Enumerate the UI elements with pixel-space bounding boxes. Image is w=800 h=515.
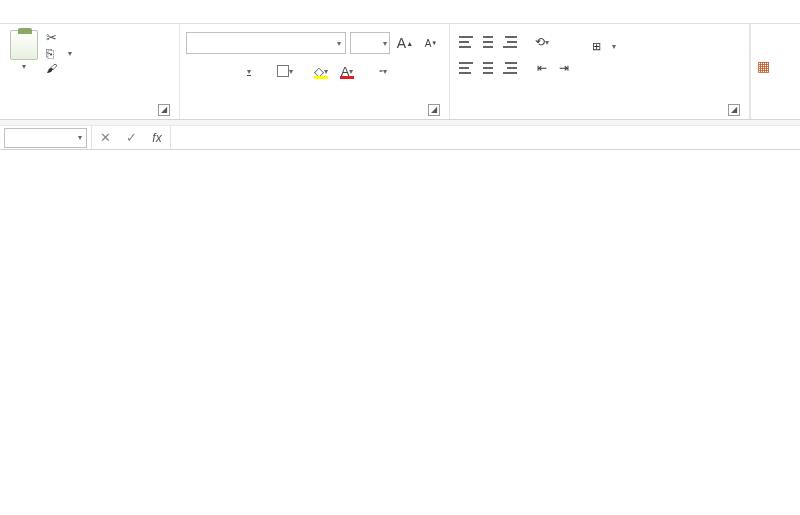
chevron-down-icon: ▾ (383, 67, 387, 76)
chevron-down-icon: ▾ (68, 49, 72, 58)
merge-icon: ⊞ (588, 40, 604, 53)
decrease-font-button[interactable]: A▼ (420, 32, 442, 54)
format-painter-button[interactable] (46, 62, 72, 76)
underline-button[interactable]: ▾ (238, 60, 260, 82)
paste-icon (10, 30, 38, 60)
enter-formula-button[interactable]: ✓ (118, 126, 144, 149)
chevron-down-icon: ▾ (612, 42, 616, 51)
group-clipboard: ▾ ▾ ◢ (0, 24, 180, 119)
chevron-down-icon: ▾ (22, 62, 26, 71)
chevron-down-icon: ▾ (349, 67, 353, 76)
font-size-combo[interactable]: ▾ (350, 32, 390, 54)
fill-color-button[interactable]: ◇▾ (310, 60, 332, 82)
dialog-launcher[interactable]: ◢ (728, 104, 740, 116)
chevron-down-icon: ▾ (545, 38, 549, 47)
copy-button[interactable]: ▾ (46, 46, 72, 60)
increase-indent-button[interactable]: ⇥ (554, 58, 574, 78)
align-top-button[interactable] (456, 32, 476, 52)
ribbon: ▾ ▾ ◢ ▾ ▾ A▲ A▼ ▾ ▾ (0, 24, 800, 120)
cancel-formula-button[interactable]: ✕ (92, 126, 118, 149)
name-box[interactable]: ▾ (4, 128, 87, 148)
font-name-combo[interactable]: ▾ (186, 32, 346, 54)
align-left-button[interactable] (456, 58, 476, 78)
phonetic-button[interactable]: ▾ (372, 60, 394, 82)
chevron-down-icon: ▾ (247, 67, 251, 76)
increase-font-button[interactable]: A▲ (394, 32, 416, 54)
group-number-fragment: ▦ (750, 24, 776, 119)
formula-input[interactable] (170, 126, 800, 149)
insert-function-button[interactable]: fx (144, 126, 170, 149)
chevron-down-icon: ▾ (337, 39, 341, 48)
group-alignment: ⟲▾ ⇤ ⇥ ⊞▾ ◢ (450, 24, 750, 119)
align-right-button[interactable] (500, 58, 520, 78)
chevron-down-icon: ▾ (78, 133, 82, 142)
formula-bar: ▾ ✕ ✓ fx (0, 126, 800, 150)
align-middle-button[interactable] (478, 32, 498, 52)
chevron-down-icon: ▾ (324, 67, 328, 76)
chevron-down-icon: ▾ (289, 67, 293, 76)
paste-button[interactable]: ▾ (6, 28, 42, 73)
orientation-button[interactable]: ⟲▾ (532, 32, 552, 52)
brush-icon (46, 62, 62, 76)
dialog-launcher[interactable]: ◢ (158, 104, 170, 116)
bold-button[interactable] (186, 60, 208, 82)
align-center-button[interactable] (478, 58, 498, 78)
italic-button[interactable] (212, 60, 234, 82)
font-color-button[interactable]: A▾ (336, 60, 358, 82)
copy-icon (46, 46, 62, 60)
dialog-launcher[interactable]: ◢ (428, 104, 440, 116)
merge-center-button[interactable]: ⊞▾ (588, 40, 616, 53)
scissors-icon (46, 30, 62, 44)
cut-button[interactable] (46, 30, 72, 44)
border-button[interactable]: ▾ (274, 60, 296, 82)
number-format-icon[interactable]: ▦ (757, 58, 770, 74)
decrease-indent-button[interactable]: ⇤ (532, 58, 552, 78)
chevron-down-icon: ▾ (383, 39, 387, 48)
border-icon (277, 65, 289, 77)
ribbon-tabs (0, 0, 800, 24)
align-bottom-button[interactable] (500, 32, 520, 52)
group-font: ▾ ▾ A▲ A▼ ▾ ▾ ◇▾ A▾ ▾ ◢ (180, 24, 450, 119)
